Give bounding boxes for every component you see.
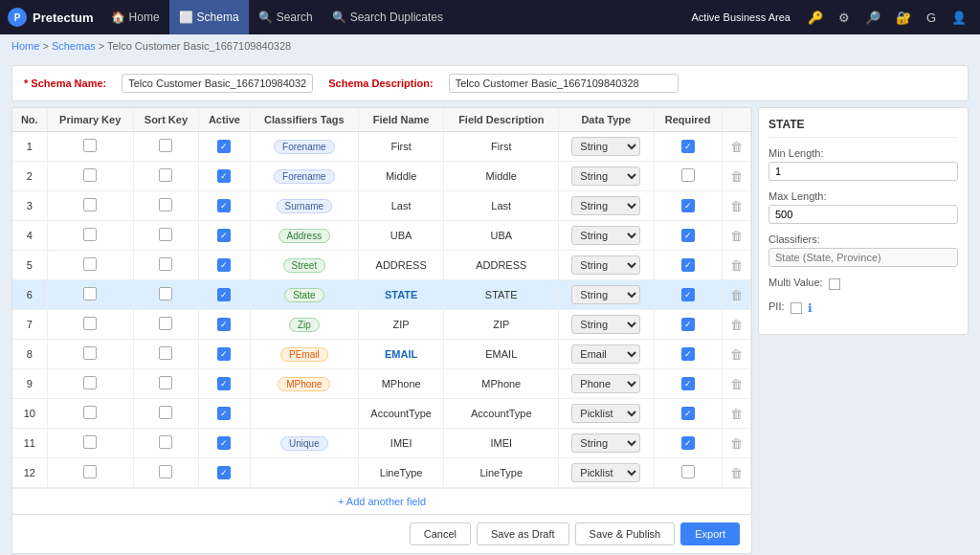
cell-data-type[interactable]: StringEmailPhonePicklistNumberDate [559,458,654,488]
cell-primary-key[interactable] [47,132,133,162]
cell-data-type[interactable]: StringEmailPhonePicklistNumberDate [559,221,654,251]
cell-primary-key[interactable] [47,340,133,369]
cell-sort-key[interactable] [133,310,198,340]
cell-delete[interactable]: 🗑 [722,369,750,399]
delete-icon[interactable]: 🗑 [730,169,743,184]
data-type-select[interactable]: StringEmailPhonePicklistNumberDate [571,374,640,393]
cell-primary-key[interactable] [47,458,133,488]
data-type-select[interactable]: StringEmailPhonePicklistNumberDate [571,433,640,453]
g-icon[interactable]: G [921,0,942,34]
cell-primary-key[interactable] [47,280,133,310]
export-button[interactable]: Export [680,522,740,545]
cell-data-type[interactable]: StringEmailPhonePicklistNumberDate [559,162,654,191]
search-icon[interactable]: 🔎 [859,0,886,34]
cell-primary-key[interactable] [47,429,133,458]
cell-data-type[interactable]: StringEmailPhonePicklistNumberDate [559,429,654,458]
delete-icon[interactable]: 🗑 [730,436,743,451]
delete-icon[interactable]: 🗑 [730,347,743,362]
cell-primary-key[interactable] [47,399,133,429]
cell-required[interactable]: ✓ [654,340,722,369]
user-icon[interactable]: 👤 [946,0,972,34]
cell-primary-key[interactable] [47,310,133,340]
data-type-select[interactable]: StringEmailPhonePicklistNumberDate [571,137,640,156]
key-icon[interactable]: 🔑 [802,0,829,34]
data-type-select[interactable]: StringEmailPhonePicklistNumberDate [571,463,640,482]
cell-active[interactable]: ✓ [199,458,251,488]
save-publish-button[interactable]: Save & Publish [575,522,676,545]
nav-search-duplicates[interactable]: 🔍 Search Duplicates [323,0,453,34]
gear-icon[interactable]: ⚙ [833,0,856,34]
cell-primary-key[interactable] [47,251,133,280]
state-pii-checkbox[interactable] [791,302,802,314]
cell-delete[interactable]: 🗑 [722,191,750,221]
cell-data-type[interactable]: StringEmailPhonePicklistNumberDate [559,340,654,369]
data-type-select[interactable]: StringEmailPhonePicklistNumberDate [571,404,640,423]
cell-required[interactable]: ✓ [654,310,722,340]
cell-data-type[interactable]: StringEmailPhonePicklistNumberDate [559,191,654,221]
state-classifiers-input[interactable] [768,248,958,267]
cell-sort-key[interactable] [133,429,198,458]
cell-data-type[interactable]: StringEmailPhonePicklistNumberDate [559,280,654,310]
cell-sort-key[interactable] [133,399,198,429]
delete-icon[interactable]: 🗑 [730,288,743,302]
cell-delete[interactable]: 🗑 [722,132,750,162]
breadcrumb-schemas[interactable]: Schemas [52,40,96,52]
cell-active[interactable]: ✓ [199,310,251,340]
cell-active[interactable]: ✓ [199,251,251,280]
cell-required[interactable]: ✓ [654,369,722,399]
cell-active[interactable]: ✓ [199,340,251,369]
delete-icon[interactable]: 🗑 [730,140,743,154]
delete-icon[interactable]: 🗑 [730,199,743,213]
cell-data-type[interactable]: StringEmailPhonePicklistNumberDate [559,310,654,340]
cell-active[interactable]: ✓ [199,429,251,458]
cell-delete[interactable]: 🗑 [722,340,750,369]
cell-primary-key[interactable] [47,191,133,221]
cell-sort-key[interactable] [133,280,198,310]
cell-sort-key[interactable] [133,221,198,251]
cell-data-type[interactable]: StringEmailPhonePicklistNumberDate [559,399,654,429]
schema-desc-input[interactable] [449,74,679,93]
cell-data-type[interactable]: StringEmailPhonePicklistNumberDate [559,369,654,399]
cell-sort-key[interactable] [133,340,198,369]
data-type-select[interactable]: StringEmailPhonePicklistNumberDate [571,344,640,364]
cell-active[interactable]: ✓ [199,221,251,251]
cell-required[interactable]: ✓ [654,221,722,251]
cell-delete[interactable]: 🗑 [722,458,750,488]
cell-sort-key[interactable] [133,132,198,162]
data-type-select[interactable]: StringEmailPhonePicklistNumberDate [571,285,640,304]
delete-icon[interactable]: 🗑 [730,318,743,332]
cell-sort-key[interactable] [133,369,198,399]
cell-sort-key[interactable] [133,251,198,280]
cell-active[interactable]: ✓ [199,280,251,310]
cell-required[interactable]: ✓ [654,399,722,429]
cancel-button[interactable]: Cancel [410,522,471,545]
delete-icon[interactable]: 🗑 [730,377,743,391]
cell-required[interactable] [654,162,722,191]
cell-active[interactable]: ✓ [199,369,251,399]
nav-search[interactable]: 🔍 Search [249,0,323,34]
data-type-select[interactable]: StringEmailPhonePicklistNumberDate [571,196,640,215]
schema-name-input[interactable] [122,74,313,93]
cell-delete[interactable]: 🗑 [722,399,750,429]
cell-required[interactable] [654,458,722,488]
save-draft-button[interactable]: Save as Draft [477,522,569,545]
cell-active[interactable]: ✓ [199,132,251,162]
cell-primary-key[interactable] [47,369,133,399]
cell-sort-key[interactable] [133,458,198,488]
delete-icon[interactable]: 🗑 [730,258,743,273]
cell-delete[interactable]: 🗑 [722,429,750,458]
cell-data-type[interactable]: StringEmailPhonePicklistNumberDate [559,132,654,162]
lock-icon[interactable]: 🔐 [890,0,917,34]
state-multi-value-checkbox[interactable] [829,278,840,290]
delete-icon[interactable]: 🗑 [730,229,743,243]
cell-active[interactable]: ✓ [199,162,251,191]
cell-primary-key[interactable] [47,162,133,191]
delete-icon[interactable]: 🗑 [730,407,743,421]
data-type-select[interactable]: StringEmailPhonePicklistNumberDate [571,166,640,186]
cell-active[interactable]: ✓ [199,191,251,221]
cell-delete[interactable]: 🗑 [722,310,750,340]
delete-icon[interactable]: 🗑 [730,466,743,480]
cell-delete[interactable]: 🗑 [722,280,750,310]
cell-active[interactable]: ✓ [199,399,251,429]
data-type-select[interactable]: StringEmailPhonePicklistNumberDate [571,255,640,275]
